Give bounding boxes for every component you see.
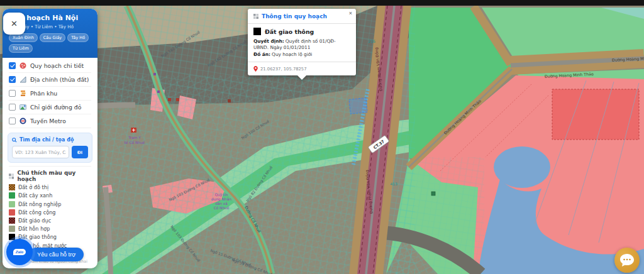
zalo-icon: Zalo [13, 249, 26, 255]
poi-marker-icon [153, 73, 156, 75]
layer-row-chi-gioi-duong-do[interactable]: Chỉ giới đường đỏ [9, 101, 91, 114]
legend-swatch-dat-nong-nghiep [9, 201, 15, 207]
layer-row-tuyen-metro[interactable]: Tuyến Metro [9, 114, 91, 128]
zoning-icon [19, 90, 26, 97]
cadastral-icon [19, 76, 26, 83]
layer-row-quy-hoach-chi-tiet[interactable]: Quy hoạch chi tiết [9, 59, 91, 73]
legend-swatch-dat-cong-cong [9, 209, 15, 216]
support-row: Zalo Yêu cầu hỗ trợ [3, 237, 97, 266]
poi-label: dụng Nhân [211, 197, 231, 202]
legend-title: Chú thích màu quy hoạch [17, 170, 91, 182]
search-label-row: Tìm địa chỉ / tọa độ [12, 137, 88, 143]
browser-top-bar [0, 0, 644, 6]
layer-row-dia-chinh[interactable]: Địa chính (thửa đất) [9, 73, 91, 87]
checkbox-unchecked[interactable] [9, 118, 16, 124]
support-request-button[interactable]: Yêu cầu hỗ trợ [29, 248, 84, 261]
poi-marker-icon [228, 99, 231, 102]
layer-label: Tuyến Metro [30, 118, 66, 124]
poi-label: dân xã [215, 202, 228, 206]
layer-list: Quy hoạch chi tiết Địa chính (thửa đất) … [3, 58, 97, 128]
checkbox-checked[interactable] [9, 76, 16, 83]
parcel-number: 216 [368, 39, 375, 43]
land-category-row: Đất giao thông [253, 28, 350, 35]
checkbox-unchecked[interactable] [9, 90, 16, 97]
search-label: Tìm địa chỉ / tọa độ [19, 137, 74, 143]
ward-tags: Xuân Đỉnh Cầu Giấy Tây Hồ Từ Liêm [9, 33, 91, 53]
selected-parcel-highlight [349, 98, 367, 114]
chat-bubble-icon [619, 253, 635, 267]
search-go-button[interactable]: Đi [72, 146, 88, 158]
checkbox-checked[interactable] [9, 62, 16, 69]
legend-swatch-dat-cay-xanh [9, 192, 15, 199]
legend-item: Đất nông nghiệp [9, 201, 91, 207]
map-pin-icon [253, 66, 258, 72]
legend: Chú thích màu quy hoạch Đất ở đô thị Đất… [9, 166, 91, 249]
sidebar-close-button[interactable]: × [3, 13, 25, 35]
app-window: Đường Phạm Văn Đồng Đường Phạm Văn Đồng … [0, 0, 644, 274]
search-box: Tìm địa chỉ / tọa độ Đi [8, 133, 92, 163]
coordinates-value: 21.06237, 105.78257 [260, 67, 307, 72]
legend-swatch-dat-giao-duc [9, 217, 15, 224]
poi-label: Quỹ tín [214, 193, 228, 197]
red-line-map-icon [19, 104, 26, 111]
legend-item: Đất giáo dục [9, 217, 91, 224]
project-text: Quy hoạch lộ giới [272, 52, 312, 57]
popup-close-button[interactable]: × [348, 9, 353, 18]
poi-marker-icon [157, 90, 160, 93]
decision-line: Quyết định:Quyết định số 01/QĐ-UBND. Ngà… [253, 38, 350, 58]
land-category-label: Đất giao thông [265, 28, 314, 35]
search-input[interactable] [12, 146, 69, 158]
layer-row-phan-khu[interactable]: Phân khu [9, 87, 91, 101]
search-icon [12, 138, 17, 143]
info-grid-icon [253, 14, 258, 19]
decision-label: Quyết định: [253, 38, 284, 44]
layer-label: Quy hoạch chi tiết [30, 62, 84, 69]
layer-label: Địa chính (thửa đất) [30, 76, 89, 83]
layer-label: Phân khu [30, 90, 57, 97]
health-station-icon [131, 128, 136, 133]
parcel-number: 413 [390, 182, 397, 186]
poi-marker-icon [176, 98, 179, 101]
legend-item: Đất công cộng [9, 209, 91, 216]
sidebar-panel: Quy hoạch Hà Nội Cầu Giấy • Từ Liêm • Tâ… [3, 9, 97, 268]
legend-icon [9, 173, 14, 179]
zalo-chat-button[interactable]: Zalo [6, 239, 33, 265]
metro-icon [19, 118, 26, 124]
layer-label: Chỉ giới đường đỏ [30, 104, 81, 111]
poi-marker-icon [168, 98, 171, 101]
tag-xuan-dinh[interactable]: Xuân Đỉnh [9, 33, 38, 42]
tag-tay-ho[interactable]: Tây Hồ [67, 33, 89, 42]
checkbox-unchecked[interactable] [9, 104, 16, 111]
legend-item: Đất ở đô thị [9, 184, 91, 190]
detail-plan-icon [19, 62, 26, 69]
poi-label: Trạm Y [128, 136, 141, 140]
legend-swatch-dat-hon-hop [9, 226, 15, 232]
poi-label: tế Cổ Nhuế [125, 141, 145, 145]
land-category-swatch [253, 28, 261, 35]
legend-item: Đất hỗn hợp [9, 226, 91, 232]
project-label: Đồ án: [253, 52, 270, 57]
poi-label: Cổ Nhuế [214, 206, 230, 210]
popup-title: Thông tin quy hoạch [262, 13, 327, 19]
tag-tu-liem[interactable]: Từ Liêm [9, 44, 33, 53]
legend-swatch-dat-o-do-thi [9, 184, 15, 190]
temple-icon [431, 192, 435, 195]
planning-info-popup: × Thông tin quy hoạch Đất giao thông Quy… [248, 9, 356, 75]
chat-widget-button[interactable] [614, 248, 640, 273]
tag-cau-giay[interactable]: Cầu Giấy [40, 33, 65, 42]
legend-item: Đất cây xanh [9, 192, 91, 199]
